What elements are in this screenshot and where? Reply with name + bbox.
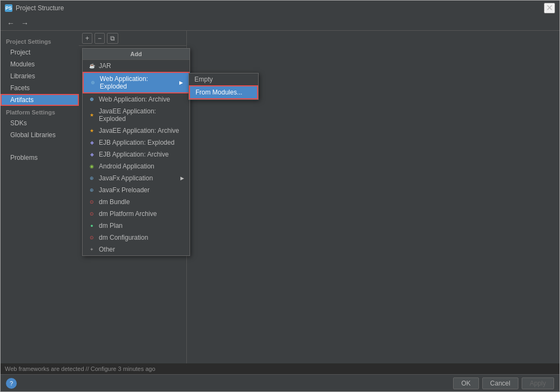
dm-config-icon: ⊙ [88,234,96,241]
javaee-archive-icon: ★ [88,127,96,134]
submenu-chevron: ▶ [179,80,183,85]
sidebar-item-problems[interactable]: Problems [1,152,79,164]
dm-plan-icon: ● [88,222,96,229]
add-menu-item-ejb-exploded[interactable]: ◆ EJB Application: Exploded [83,137,190,148]
artifacts-toolbar: + Add ☕ JAR ⊕ [79,31,186,46]
javaee-exploded-icon: ★ [88,111,96,119]
add-menu-item-dm-config[interactable]: ⊙ dm Configuration [83,232,190,244]
other-icon: ✦ [88,246,96,253]
footer-status: Web frameworks are detected // Configure… [1,363,559,374]
project-structure-dialog: PS Project Structure ✕ ← → Project Setti… [0,0,560,392]
sidebar-item-project[interactable]: Project [1,46,79,58]
add-menu-item-javafx-app[interactable]: ⊕ JavaFx Application ▶ [83,172,190,184]
help-button[interactable]: ? [6,378,17,389]
bottom-bar: ? OK Cancel Apply [1,374,559,391]
dialog-title: Project Structure [16,4,64,12]
sidebar-item-facets[interactable]: Facets [1,82,79,94]
add-menu-item-other[interactable]: ✦ Other [83,244,190,255]
add-menu-item-web-archive[interactable]: ⊕ Web Application: Archive [83,93,190,105]
add-menu-item-android[interactable]: ◉ Android Application [83,160,190,172]
add-button[interactable]: + [82,33,92,44]
sidebar-item-sdks[interactable]: SDKs [1,117,79,129]
add-menu-item-dm-platform[interactable]: ⊙ dm Platform Archive [83,208,190,220]
add-menu-item-dm-bundle[interactable]: ⊙ dm Bundle [83,196,190,208]
submenu-item-from-modules[interactable]: From Modules... [189,85,258,99]
javafx-app-icon: ⊕ [88,174,96,182]
jar-icon: ☕ [88,62,96,70]
remove-button[interactable]: − [95,33,105,44]
android-icon: ◉ [88,163,96,170]
close-button[interactable]: ✕ [544,3,555,13]
add-menu-item-ejb-archive[interactable]: ◆ EJB Application: Archive [83,148,190,160]
platform-settings-title: Platform Settings [1,106,79,117]
sidebar-item-global-libraries[interactable]: Global Libraries [1,129,79,141]
web-exploded-icon: ⊕ [89,79,97,86]
add-menu-item-javaee-exploded[interactable]: ★ JavaEE Application: Exploded [83,105,190,125]
javafx-preloader-icon: ⊕ [88,186,96,194]
project-settings-title: Project Settings [1,35,79,46]
ejb-exploded-icon: ◆ [88,139,96,146]
dm-bundle-icon: ⊙ [88,198,96,206]
submenu-item-empty[interactable]: Empty [189,73,258,85]
add-menu: Add ☕ JAR ⊕ Web Application: Exploded [82,48,190,256]
copy-button[interactable]: ⧉ [107,33,118,44]
sidebar: Project Settings Project Modules Librari… [1,31,79,363]
ejb-archive-icon: ◆ [88,151,96,158]
add-menu-item-web-exploded[interactable]: ⊕ Web Application: Exploded ▶ Empty From… [83,72,190,93]
nav-bar: ← → [1,16,559,31]
dm-platform-icon: ⊙ [88,210,96,218]
main-content: Project Settings Project Modules Librari… [1,31,559,363]
submenu: Empty From Modules... [188,73,259,100]
content-area: + Add ☕ JAR ⊕ [79,31,559,363]
artifacts-panel: + Add ☕ JAR ⊕ [79,31,559,363]
back-button[interactable]: ← [5,18,17,28]
add-menu-item-javaee-archive[interactable]: ★ JavaEE Application: Archive [83,125,190,137]
sidebar-item-libraries[interactable]: Libraries [1,70,79,82]
web-archive-icon: ⊕ [88,96,96,103]
sidebar-item-artifacts[interactable]: Artifacts [1,94,79,106]
forward-button[interactable]: → [19,18,31,28]
title-bar-left: PS Project Structure [5,4,64,12]
add-menu-header: Add [83,49,190,60]
title-bar: PS Project Structure ✕ [1,1,559,16]
artifacts-list: + Add ☕ JAR ⊕ [79,31,187,363]
add-menu-item-javafx-preloader[interactable]: ⊕ JavaFx Preloader [83,184,190,196]
apply-button[interactable]: Apply [522,377,554,389]
cancel-button[interactable]: Cancel [482,377,518,389]
add-menu-item-dm-plan[interactable]: ● dm Plan [83,220,190,232]
app-icon: PS [5,4,12,12]
sidebar-item-modules[interactable]: Modules [1,58,79,70]
javafx-submenu-chevron: ▶ [180,175,184,181]
add-menu-item-jar[interactable]: ☕ JAR [83,60,190,72]
add-dropdown: + Add ☕ JAR ⊕ [82,33,92,44]
ok-button[interactable]: OK [453,377,478,389]
